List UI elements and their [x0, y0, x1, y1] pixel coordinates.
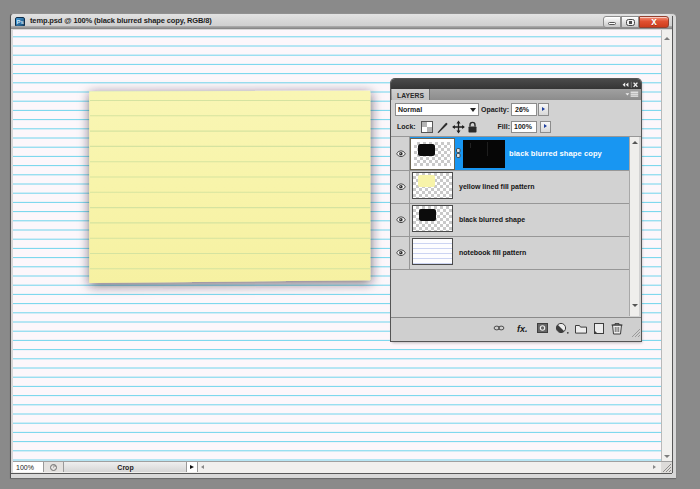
svg-text:fx.: fx. [517, 324, 528, 334]
